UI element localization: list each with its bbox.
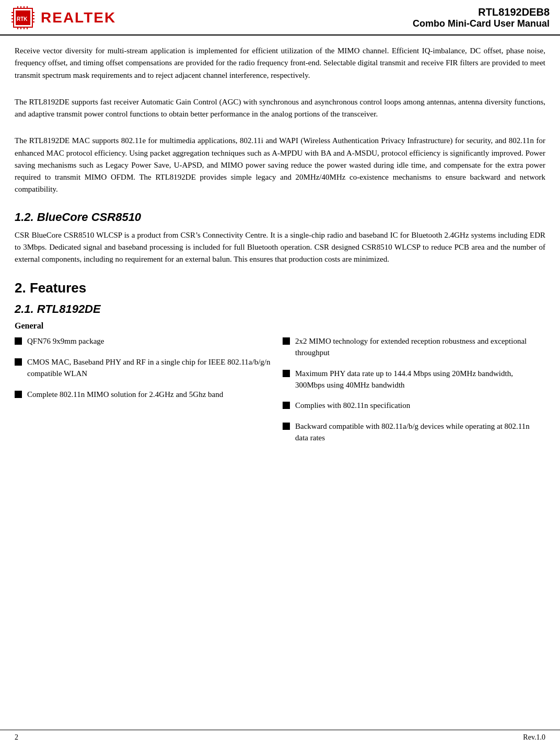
feature-text: Backward compatible with 802.11a/b/g dev… bbox=[295, 421, 540, 444]
bullet-icon bbox=[283, 337, 290, 345]
section-2-heading: 2. Features bbox=[15, 280, 545, 296]
document-subtitle: Combo Mini-Card User Manual bbox=[413, 18, 550, 29]
section-1-2-heading: 1.2. BlueCore CSR8510 bbox=[15, 210, 545, 224]
model-name: RTL8192DEB8 bbox=[413, 6, 550, 18]
feature-text: Complete 802.11n MIMO solution for 2.4GH… bbox=[27, 389, 223, 401]
version-number: Rev.1.0 bbox=[523, 733, 545, 742]
page-footer: 2 Rev.1.0 bbox=[0, 730, 560, 742]
feature-text: Maximum PHY data rate up to 144.4 Mbps u… bbox=[295, 368, 540, 391]
feature-text: CMOS MAC, Baseband PHY and RF in a singl… bbox=[27, 357, 272, 380]
features-col-2: 2x2 MIMO technology for extended recepti… bbox=[277, 336, 545, 453]
list-item: 2x2 MIMO technology for extended recepti… bbox=[283, 336, 540, 359]
main-content: Receive vector diversity for multi-strea… bbox=[0, 36, 560, 485]
list-item: Maximum PHY data rate up to 144.4 Mbps u… bbox=[283, 368, 540, 391]
section-1-2-text: CSR BlueCore CSR8510 WLCSP is a product … bbox=[15, 229, 545, 266]
features-table: QFN76 9x9mm package CMOS MAC, Baseband P… bbox=[15, 336, 545, 453]
bullet-icon bbox=[283, 402, 290, 409]
realtek-logo-icon: RTK bbox=[10, 5, 36, 30]
general-label: General bbox=[15, 321, 545, 331]
bullet-icon bbox=[15, 337, 22, 345]
bullet-icon bbox=[283, 423, 290, 430]
list-item: QFN76 9x9mm package bbox=[15, 336, 272, 347]
page-header: RTK REALTEK RTL8192DEB8 Combo Mini-Card … bbox=[0, 0, 560, 36]
list-item: Complies with 802.11n specification bbox=[283, 400, 540, 412]
list-item: CMOS MAC, Baseband PHY and RF in a singl… bbox=[15, 357, 272, 380]
logo-area: RTK REALTEK bbox=[10, 5, 116, 30]
paragraph-2: The RTL8192DE supports fast receiver Aut… bbox=[15, 96, 545, 121]
feature-text: Complies with 802.11n specification bbox=[295, 400, 410, 412]
bullet-icon bbox=[15, 358, 22, 366]
list-item: Backward compatible with 802.11a/b/g dev… bbox=[283, 421, 540, 444]
paragraph-3: The RTL8192DE MAC supports 802.11e for m… bbox=[15, 135, 545, 195]
svg-text:RTK: RTK bbox=[17, 16, 28, 22]
section-2-1-heading: 2.1. RTL8192DE bbox=[15, 302, 545, 316]
list-item: Complete 802.11n MIMO solution for 2.4GH… bbox=[15, 389, 272, 401]
header-title-area: RTL8192DEB8 Combo Mini-Card User Manual bbox=[413, 6, 550, 29]
page-number: 2 bbox=[15, 733, 18, 742]
feature-text: 2x2 MIMO technology for extended recepti… bbox=[295, 336, 540, 359]
feature-text: QFN76 9x9mm package bbox=[27, 336, 104, 347]
features-col-1: QFN76 9x9mm package CMOS MAC, Baseband P… bbox=[15, 336, 277, 453]
bullet-icon bbox=[283, 370, 290, 377]
bullet-icon bbox=[15, 391, 22, 398]
paragraph-1: Receive vector diversity for multi-strea… bbox=[15, 45, 545, 81]
logo-text: REALTEK bbox=[41, 9, 116, 26]
